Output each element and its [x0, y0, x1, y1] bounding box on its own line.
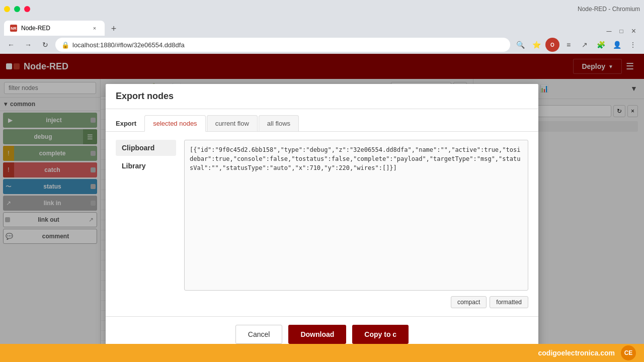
menu-button[interactable]: ⋮: [626, 38, 640, 52]
extensions-button[interactable]: 🧩: [594, 38, 608, 52]
extension1-button[interactable]: O: [545, 38, 559, 52]
export-modal: Export nodes Export selected nodes curre…: [106, 84, 538, 352]
modal-overlay: Export nodes Export selected nodes curre…: [0, 54, 644, 362]
modal-body: Export selected nodes current flow all f…: [106, 109, 538, 316]
brand-logo: CE: [621, 345, 636, 360]
minimize-button[interactable]: [4, 6, 10, 12]
title-bar-label: Node-RED - Chromium: [578, 6, 640, 13]
tab-title: Node-RED: [21, 25, 87, 32]
maximize-button[interactable]: [14, 6, 20, 12]
tab-close-icon[interactable]: ×: [91, 24, 99, 32]
forward-button[interactable]: →: [21, 38, 35, 52]
format-buttons: compact formatted: [184, 296, 528, 308]
section-clipboard[interactable]: Clipboard: [116, 140, 176, 156]
reload-button[interactable]: ↻: [38, 38, 52, 52]
modal-header: Export nodes: [106, 84, 538, 109]
back-button[interactable]: ←: [4, 38, 18, 52]
zoom-button[interactable]: 🔍: [513, 38, 527, 52]
bookmark-button[interactable]: ⭐: [529, 38, 543, 52]
brand-bar: codigoelectronica.com CE: [0, 344, 644, 362]
export-left-nav: Clipboard Library: [116, 140, 176, 308]
formatted-button[interactable]: formatted: [490, 296, 528, 308]
section-library[interactable]: Library: [116, 158, 176, 174]
export-textarea[interactable]: [{"id":"9f0c45d2.6bb158","type":"debug",…: [184, 140, 528, 291]
export-tab-heading: Export: [116, 116, 136, 131]
brand-text: codigoelectronica.com: [538, 349, 615, 357]
extension3-button[interactable]: ↗: [578, 38, 592, 52]
url-input[interactable]: [72, 41, 504, 49]
extension2-button[interactable]: ≡: [561, 38, 576, 52]
minimize-icon[interactable]: ─: [606, 27, 611, 35]
download-button[interactable]: Download: [288, 325, 346, 344]
export-content: Clipboard Library [{"id":"9f0c45d2.6bb15…: [106, 132, 538, 316]
browser-tab[interactable]: NR Node-RED ×: [4, 21, 105, 36]
export-tabs: Export selected nodes current flow all f…: [106, 109, 538, 132]
tab-favicon: NR: [10, 25, 17, 32]
url-bar[interactable]: 🔒: [55, 38, 510, 52]
export-right-area: [{"id":"9f0c45d2.6bb158","type":"debug",…: [184, 140, 528, 308]
cancel-button[interactable]: Cancel: [235, 325, 283, 344]
restore-icon[interactable]: □: [619, 28, 623, 35]
close-icon[interactable]: ×: [631, 27, 636, 36]
modal-title: Export nodes: [116, 91, 174, 101]
profile-button[interactable]: 👤: [610, 38, 624, 52]
compact-button[interactable]: compact: [451, 296, 487, 308]
copy-button[interactable]: Copy to c: [352, 325, 409, 344]
new-tab-button[interactable]: +: [107, 22, 121, 36]
tab-current-flow[interactable]: current flow: [207, 115, 258, 131]
tab-selected-nodes[interactable]: selected nodes: [144, 115, 205, 132]
close-window-button[interactable]: [24, 6, 30, 12]
tab-all-flows[interactable]: all flows: [259, 115, 299, 131]
